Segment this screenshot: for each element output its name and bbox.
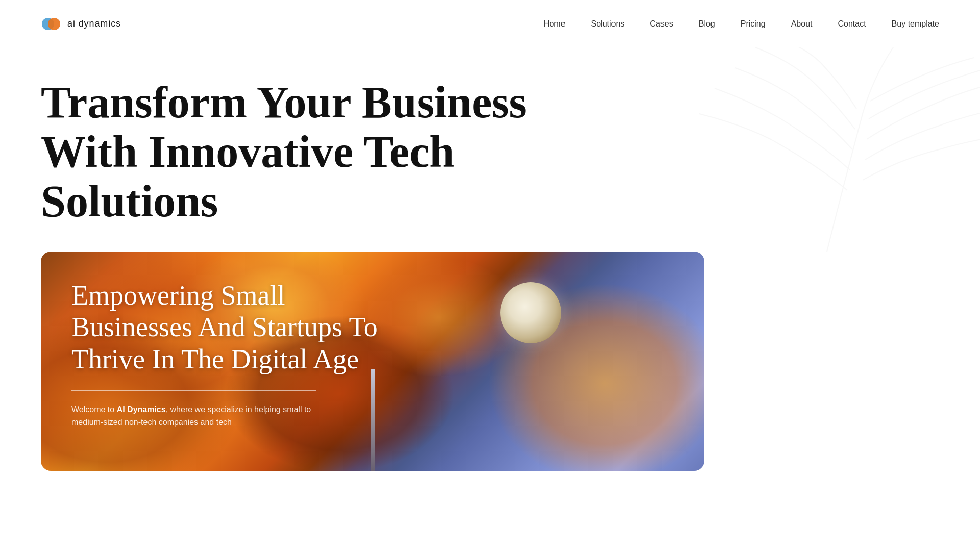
hero-card: Empowering Small Businesses And Startups… xyxy=(41,252,704,471)
hero-card-title: Empowering Small Businesses And Startups… xyxy=(71,280,403,374)
svg-point-1 xyxy=(48,18,60,30)
nav-about[interactable]: About xyxy=(791,19,813,29)
nav-links: Home Solutions Cases Blog Pricing About … xyxy=(544,19,939,29)
nav-cases[interactable]: Cases xyxy=(650,19,673,29)
hero-card-description: Welcome to AI Dynamics, where we special… xyxy=(71,403,316,429)
hero-main-title: Transform Your Business With Innovative … xyxy=(41,78,602,226)
logo-icon xyxy=(41,14,61,34)
navbar: ai dynamics Home Solutions Cases Blog Pr… xyxy=(0,0,980,47)
desc-prefix: Welcome to xyxy=(71,405,117,414)
leaf-shadow-svg xyxy=(648,47,980,252)
nav-pricing[interactable]: Pricing xyxy=(741,19,766,29)
buy-template-button[interactable]: Buy template xyxy=(892,19,939,29)
nav-contact[interactable]: Contact xyxy=(838,19,866,29)
desc-brand: AI Dynamics xyxy=(117,405,166,414)
hero-card-content: Empowering Small Businesses And Startups… xyxy=(41,252,704,471)
hero-bg-decoration xyxy=(623,47,980,252)
nav-solutions[interactable]: Solutions xyxy=(591,19,625,29)
nav-blog[interactable]: Blog xyxy=(699,19,715,29)
nav-home[interactable]: Home xyxy=(544,19,566,29)
logo[interactable]: ai dynamics xyxy=(41,14,121,34)
brand-name: ai dynamics xyxy=(67,18,121,29)
hero-section: Transform Your Business With Innovative … xyxy=(0,47,980,471)
hero-card-divider xyxy=(71,390,316,391)
